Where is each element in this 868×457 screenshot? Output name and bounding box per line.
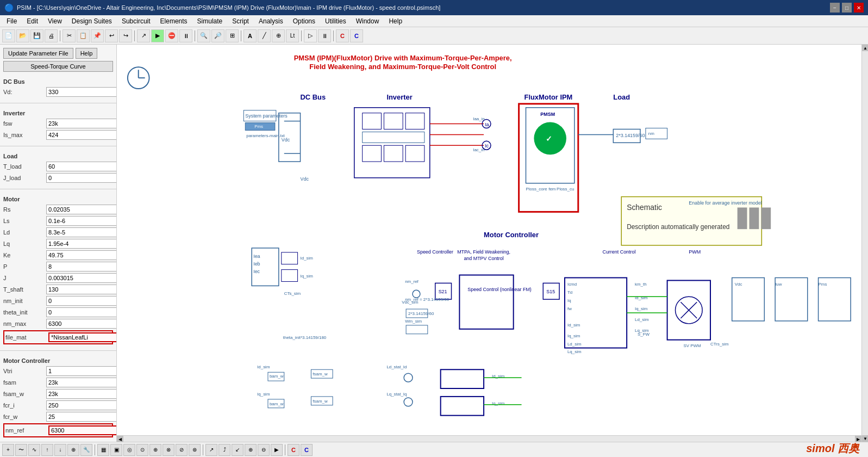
nminit-input[interactable] (46, 296, 117, 306)
toolbar-lt[interactable]: Lt (286, 29, 299, 42)
j-input[interactable] (46, 273, 117, 283)
scroll-down-arrow[interactable]: ▼ (862, 435, 868, 442)
fcri-input[interactable] (46, 400, 117, 410)
menu-elements[interactable]: Elements (156, 15, 192, 27)
menu-simulate[interactable]: Simulate (193, 15, 227, 27)
status-btn-2[interactable]: 〜 (15, 444, 27, 456)
svg-rect-100 (441, 369, 484, 388)
status-btn-21[interactable]: ▶ (271, 444, 283, 456)
status-btn-10[interactable]: ◎ (123, 444, 135, 456)
lq-input[interactable] (46, 239, 117, 249)
minimize-button[interactable]: − (830, 3, 840, 13)
svg-point-60 (413, 290, 420, 298)
tload-input[interactable] (46, 162, 117, 171)
status-btn-12[interactable]: ⊕ (149, 444, 161, 456)
toolbar-redo[interactable]: ↪ (119, 29, 132, 42)
menu-design-suites[interactable]: Design Suites (67, 15, 116, 27)
menu-window[interactable]: Window (352, 15, 384, 27)
status-btn-14[interactable]: ⊘ (176, 444, 188, 456)
scroll-up-arrow[interactable]: ▲ (862, 45, 868, 51)
status-btn-c-blue[interactable]: C (301, 444, 313, 456)
fcrw-input[interactable] (46, 412, 117, 422)
toolbar-zoom-in[interactable]: 🔍 (197, 29, 210, 42)
update-param-button[interactable]: Update Parameter File (3, 48, 73, 59)
jload-input[interactable] (46, 173, 117, 183)
status-btn-13[interactable]: ⊗ (163, 444, 174, 456)
fsam-input[interactable] (46, 378, 117, 387)
toolbar-run[interactable]: ▶ (151, 29, 164, 42)
toolbar-new[interactable]: 📄 (2, 29, 15, 42)
ismax-input[interactable] (46, 130, 117, 140)
menu-view[interactable]: View (43, 15, 66, 27)
menu-script[interactable]: Script (228, 15, 253, 27)
toolbar-arrow[interactable]: ↗ (137, 29, 150, 42)
bottom-scrollbar[interactable]: ◀ ▶ (117, 435, 861, 442)
menu-file[interactable]: File (2, 15, 21, 27)
status-btn-7[interactable]: 🔧 (80, 444, 92, 456)
toolbar-print[interactable]: 🖨 (45, 29, 58, 42)
toolbar-wire[interactable]: ╱ (258, 29, 271, 42)
status-btn-6[interactable]: ⊕ (67, 444, 79, 456)
status-btn-3[interactable]: ∿ (28, 444, 40, 456)
tshaft-input[interactable] (46, 285, 117, 294)
status-btn-c-red[interactable]: C (288, 444, 299, 456)
vd-input[interactable] (46, 87, 117, 97)
toolbar-c-blue[interactable]: C (350, 29, 363, 42)
status-btn-8[interactable]: ▦ (97, 444, 109, 456)
status-btn-9[interactable]: ▣ (110, 444, 122, 456)
close-button[interactable]: ✕ (854, 3, 864, 13)
toolbar-cut[interactable]: ✂ (63, 29, 76, 42)
toolbar-c-red[interactable]: C (336, 29, 349, 42)
rs-input[interactable] (46, 205, 117, 214)
toolbar-text[interactable]: A (243, 29, 257, 42)
toolbar-pause[interactable]: ⏸ (179, 29, 192, 42)
menu-utilities[interactable]: Utilities (321, 15, 351, 27)
ls-input[interactable] (46, 216, 117, 226)
menu-edit[interactable]: Edit (22, 15, 42, 27)
toolbar-save[interactable]: 💾 (30, 29, 43, 42)
ke-input[interactable] (46, 250, 117, 260)
p-input[interactable] (46, 262, 117, 271)
svg-text:Td: Td (567, 290, 572, 295)
status-btn-19[interactable]: ⊕ (245, 444, 257, 456)
toolbar-fit[interactable]: ⊞ (226, 29, 239, 42)
fsw-input[interactable] (46, 119, 117, 128)
toolbar-component[interactable]: ⊕ (272, 29, 285, 42)
toolbar-undo[interactable]: ↩ (105, 29, 118, 42)
toolbar-simulate-pause[interactable]: ⏸ (318, 29, 331, 42)
status-btn-15[interactable]: ⊛ (189, 444, 201, 456)
speed-torque-button[interactable]: Speed-Torque Curve (3, 61, 113, 72)
status-btn-17[interactable]: ⤴ (218, 444, 230, 456)
toolbar-zoom-out[interactable]: 🔎 (211, 29, 224, 42)
nmmax-input[interactable] (46, 319, 117, 329)
toolbar-stop[interactable]: ⛔ (165, 29, 178, 42)
nmref-input[interactable] (48, 425, 117, 435)
status-btn-18[interactable]: ↙ (232, 444, 243, 456)
ld-input[interactable] (46, 227, 117, 237)
right-scrollbar[interactable]: ▲ ▼ (861, 45, 868, 442)
status-btn-11[interactable]: ⊙ (136, 444, 148, 456)
status-btn-16[interactable]: ↗ (205, 444, 217, 456)
vtri-input[interactable] (46, 366, 117, 376)
menu-subcircuit[interactable]: Subcircuit (117, 15, 155, 27)
lq-row: Lq (3, 239, 113, 249)
scroll-track-v[interactable] (862, 51, 868, 435)
toolbar-open[interactable]: 📂 (16, 29, 29, 42)
thetainit-input[interactable] (46, 307, 117, 317)
maximize-button[interactable]: □ (842, 3, 852, 13)
fsamw-input[interactable] (46, 389, 117, 399)
menu-analysis[interactable]: Analysis (254, 15, 288, 27)
status-btn-5[interactable]: ↓ (54, 444, 66, 456)
toolbar-paste[interactable]: 📌 (91, 29, 104, 42)
status-btn-4[interactable]: ↑ (41, 444, 53, 456)
scroll-track-h[interactable] (123, 436, 855, 442)
toolbar-copy[interactable]: 📋 (77, 29, 90, 42)
toolbar-simulate-run[interactable]: ▷ (304, 29, 317, 42)
status-btn-20[interactable]: ⊖ (258, 444, 270, 456)
menu-help[interactable]: Help (384, 15, 407, 27)
filemat-input[interactable] (48, 332, 117, 342)
help-button[interactable]: Help (76, 48, 98, 59)
menu-options[interactable]: Options (289, 15, 320, 27)
status-btn-1[interactable]: + (2, 444, 14, 456)
title-controls[interactable]: − □ ✕ (830, 3, 864, 13)
